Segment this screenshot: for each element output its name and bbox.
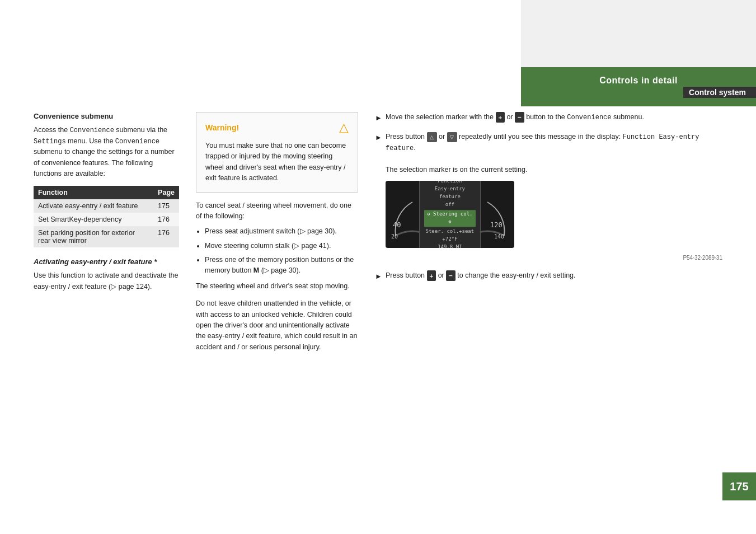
convenience-ref: Convenience [567,114,611,121]
svg-text:40: 40 [393,221,401,229]
page-number-badge: 175 [722,472,756,500]
table-cell-function-2: Set SmartKey-dependency [34,213,153,226]
warning-triangle-icon: △ [339,120,349,135]
header-subtitle-row: Control system [521,87,756,98]
repeatedly-text: repeatedly [459,133,491,140]
step-3: ► Press button + or − to change the easy… [375,270,722,282]
table-cell-page-1: 175 [153,199,179,213]
fn-function: Function [424,181,476,185]
step-2: ► Press button △ or ▽ repeatedly until y… [375,132,722,262]
svg-text:20: 20 [391,233,398,240]
step-2-text: Press button △ or ▽ repeatedly until you… [386,132,722,262]
arrow-icon-3: ► [375,271,382,282]
table-cell-function-1: Activate easy-entry / exit feature [34,199,153,213]
fn-off: off [424,201,476,209]
dashboard-image: 40 20 120 140 Function Easy-entry featur… [386,181,514,248]
step-2-note: The selection marker is on the current s… [386,166,528,174]
step-1-text: Move the selection marker with the + or … [386,112,644,124]
svg-text:120: 120 [490,221,503,229]
fn-easyentry: Easy-entry feature [424,185,476,201]
table-row: Activate easy-entry / exit feature 175 [34,199,179,213]
table-header-function: Function [34,186,153,199]
convenience-intro: Access the Convenience submenu via the S… [34,125,179,179]
svg-text:140: 140 [494,233,504,240]
table-header-page: Page [153,186,179,199]
cancel-title: To cancel seat / steering wheel movement… [196,200,358,222]
arrow-icon-2: ► [375,132,382,262]
convenience-code2: Convenience [115,138,159,146]
table-cell-page-2: 176 [153,213,179,226]
arrow-icon-1: ► [375,113,382,124]
plus-button-label-2: + [427,270,436,281]
down-triangle-button: ▽ [447,132,457,142]
settings-code: Settings [34,138,66,146]
list-item: Move steering column stalk (▷ page 41). [205,241,358,251]
table-row: Set parking position for exterior rear v… [34,226,179,247]
header-title: Controls in detail [599,76,678,86]
warning-box: Warning! △ You must make sure that no on… [196,112,358,193]
step-3-text: Press button + or − to change the easy-e… [386,270,576,282]
stop-text: The steering wheel and driver's seat sto… [196,281,358,292]
list-item: Press seat adjustment switch (▷ page 30)… [205,226,358,237]
table-cell-page-3: 176 [153,226,179,247]
middle-column: Warning! △ You must make sure that no on… [196,112,358,489]
step-2-line1: Press button △ or ▽ repeatedly until you… [386,133,699,152]
table-cell-function-3: Set parking position for exterior rear v… [34,226,153,247]
header-band: Controls in detail Control system [521,67,756,106]
up-triangle-button: △ [427,132,437,142]
fn-steer-seat: Steer. col.+seat [424,228,476,236]
list-item: Press one of the memory position buttons… [205,255,358,277]
center-display: Function Easy-entry feature off ⊖ Steeri… [419,181,481,248]
step-1: ► Move the selection marker with the + o… [375,112,722,124]
fn-steering-col: ⊖ Steering col. ⊕ [424,210,476,227]
warning-text: You must make sure that no one can becom… [205,140,349,184]
header-subtitle: Control system [683,87,756,98]
warning-label: Warning! [205,123,239,132]
minus-button-label: − [515,112,524,123]
cancel-bullets: Press seat adjustment switch (▷ page 30)… [205,226,358,277]
plus-button-label: + [496,112,505,123]
convenience-code1: Convenience [70,127,114,134]
main-content: Convenience submenu Access the Convenien… [34,112,722,489]
right-column: ► Move the selection marker with the + o… [375,112,722,489]
function-table: Function Page Activate easy-entry / exit… [34,186,179,247]
fn-temp: +72°F [424,236,476,243]
activating-title: Activating easy-entry / exit feature * [34,257,179,266]
activating-text: Use this function to activate and deacti… [34,270,179,292]
convenience-submenu-title: Convenience submenu [34,112,179,120]
fn-mileage: 149.8 MI [424,243,476,248]
image-caption: P54·32·2089·31 [386,254,722,263]
left-column: Convenience submenu Access the Convenien… [34,112,179,489]
table-row: Set SmartKey-dependency 176 [34,213,179,226]
minus-button-label-2: − [446,270,456,281]
top-decoration-area [521,0,756,67]
safety-text: Do not leave children unattended in the … [196,298,358,353]
warning-header: Warning! △ [205,120,349,135]
